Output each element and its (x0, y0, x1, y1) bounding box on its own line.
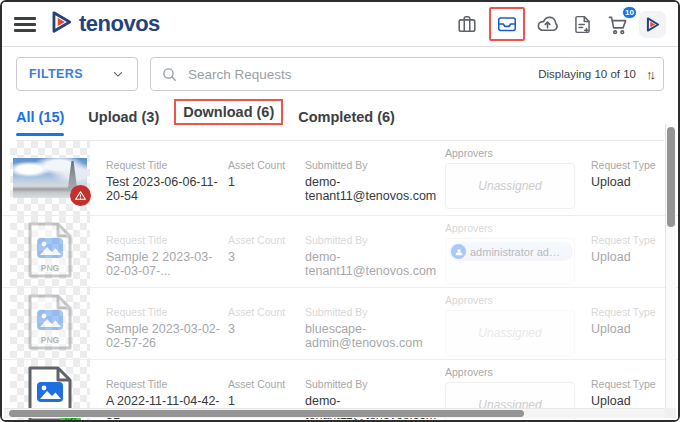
tab-upload[interactable]: Upload (3) (88, 109, 159, 135)
toolbar: FILTERS Displaying 10 of 10 ↑↓ (16, 57, 664, 91)
request-title-label: Request Title (106, 306, 228, 318)
cart-icon[interactable]: 10 (604, 11, 630, 37)
sort-icon[interactable]: ↑↓ (644, 67, 653, 82)
asset-count-label: Asset Count (228, 378, 305, 390)
request-title-value: Sample 2 2023-03-02-03-07-... (106, 250, 228, 278)
request-title-label: Request Title (106, 378, 228, 390)
tenovos-logo[interactable]: tenovos (48, 9, 160, 39)
scrollbar-corner (665, 408, 676, 418)
approver-unassigned: Unassigned (478, 326, 541, 340)
row-content: Request TitleTest 2023-06-06-11-20-54 As… (90, 141, 678, 215)
horizontal-scrollbar-thumb[interactable] (9, 410, 524, 417)
approver-unassigned: Unassigned (478, 179, 541, 193)
tab-completed[interactable]: Completed (6) (298, 109, 395, 135)
horizontal-scrollbar[interactable] (4, 408, 665, 418)
tenovos-logo-icon (48, 9, 74, 39)
row-content: Request TitleSample 2023-03-02-02-57-26 … (90, 288, 678, 359)
inbox-icon[interactable] (494, 11, 520, 37)
approvers-box: Unassigned (445, 163, 575, 209)
submitted-by-label: Submitted By (305, 234, 445, 246)
logo-text: tenovos (79, 11, 160, 37)
submitted-by-value: demo-tenant11@tenovos.com (305, 250, 445, 278)
approvers-box: Unassigned (445, 310, 575, 356)
tab-all[interactable]: All (15) (16, 109, 64, 135)
thumbnail-cell (10, 141, 90, 215)
svg-text:PNG: PNG (41, 335, 60, 345)
submitted-by-label: Submitted By (305, 378, 445, 390)
svg-text:PNG: PNG (41, 263, 60, 273)
filters-dropdown[interactable]: FILTERS (16, 57, 138, 91)
asset-count-label: Asset Count (228, 159, 305, 171)
top-bar: tenovos 10 (2, 2, 678, 47)
cart-count-badge: 10 (622, 6, 637, 19)
document-add-icon[interactable] (569, 11, 595, 37)
thumbnail-cell: PNG (10, 216, 90, 287)
app-window: tenovos 10 (0, 0, 680, 422)
request-title-value: Sample 2023-03-02-02-57-26 (106, 322, 228, 350)
header-icons: 10 (454, 7, 666, 41)
table-row[interactable]: PNG Request TitleSample 2023-03-02-02-57… (2, 287, 678, 359)
png-file-icon: PNG (27, 221, 73, 279)
asset-count-value: 1 (228, 175, 305, 189)
thumbnail-cell: PNG (10, 288, 90, 359)
annotation-highlight-download-tab: Download (6) (174, 99, 283, 125)
approvers-label: Approvers (445, 147, 591, 159)
table-row[interactable]: PNG Request TitleSample 2 2023-03-02-03-… (2, 215, 678, 287)
row-content: Request TitleSample 2 2023-03-02-03-07-.… (90, 216, 678, 287)
request-tabs: All (15) Upload (3) Download (6) Complet… (16, 104, 664, 141)
displaying-count: Displaying 10 of 10 (538, 68, 636, 80)
asset-count-label: Asset Count (228, 234, 305, 246)
table-row[interactable]: Request TitleTest 2023-06-06-11-20-54 As… (2, 141, 678, 215)
asset-count-value: 1 (228, 394, 305, 408)
cloud-upload-icon[interactable] (534, 11, 560, 37)
asset-count-label: Asset Count (228, 306, 305, 318)
vertical-scrollbar[interactable] (665, 124, 676, 408)
error-badge-icon (70, 185, 91, 206)
approvers-label: Approvers (445, 222, 591, 234)
search-bar: Displaying 10 of 10 ↑↓ (150, 57, 664, 91)
submitted-by-label: Submitted By (305, 306, 445, 318)
png-file-icon: PNG (27, 293, 73, 351)
tenovos-avatar[interactable] (639, 11, 666, 38)
approver-chip[interactable]: administrator adminis... (449, 242, 573, 261)
filters-label: FILTERS (29, 67, 83, 81)
approvers-label: Approvers (445, 294, 591, 306)
user-avatar-icon (451, 244, 466, 259)
submitted-by-value: demo-tenant11@tenovos.com (305, 175, 445, 203)
request-title-value: Test 2023-06-06-11-20-54 (106, 175, 228, 203)
annotation-highlight-inbox (489, 7, 525, 41)
request-title-label: Request Title (106, 159, 228, 171)
search-icon (161, 66, 178, 83)
approvers-label: Approvers (445, 366, 591, 378)
request-title-label: Request Title (106, 234, 228, 246)
submitted-by-label: Submitted By (305, 159, 445, 171)
tab-download[interactable]: Download (6) (183, 104, 274, 140)
search-input[interactable] (186, 66, 530, 83)
hamburger-menu-icon[interactable] (14, 17, 36, 32)
vertical-scrollbar-thumb[interactable] (667, 127, 675, 227)
submitted-by-value: bluescape-admin@tenovos.com (305, 322, 445, 350)
approvers-box: administrator adminis... (445, 238, 575, 284)
approver-name: administrator adminis... (470, 246, 566, 258)
request-list: Request TitleTest 2023-06-06-11-20-54 As… (2, 141, 678, 422)
asset-count-value: 3 (228, 250, 305, 264)
chevron-down-icon (111, 67, 125, 81)
asset-count-value: 3 (228, 322, 305, 336)
briefcase-icon[interactable] (454, 11, 480, 37)
